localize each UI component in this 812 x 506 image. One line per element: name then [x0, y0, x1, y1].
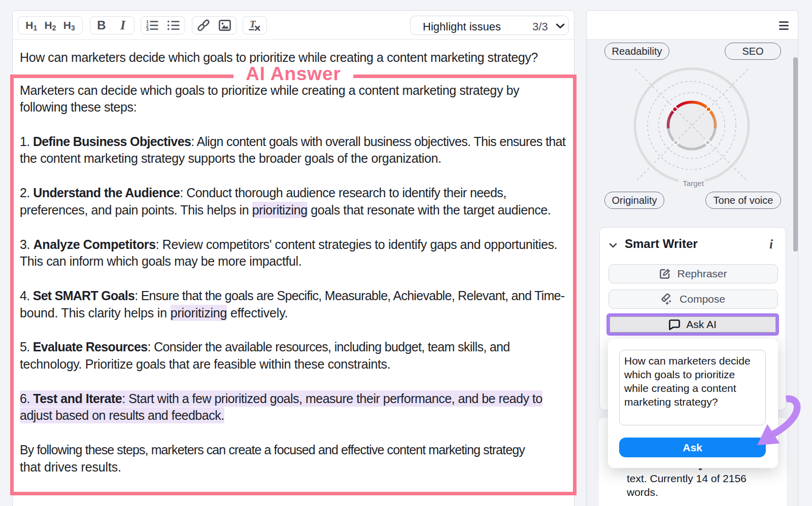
svg-text:3: 3: [146, 27, 149, 31]
svg-text:T: T: [250, 19, 256, 29]
